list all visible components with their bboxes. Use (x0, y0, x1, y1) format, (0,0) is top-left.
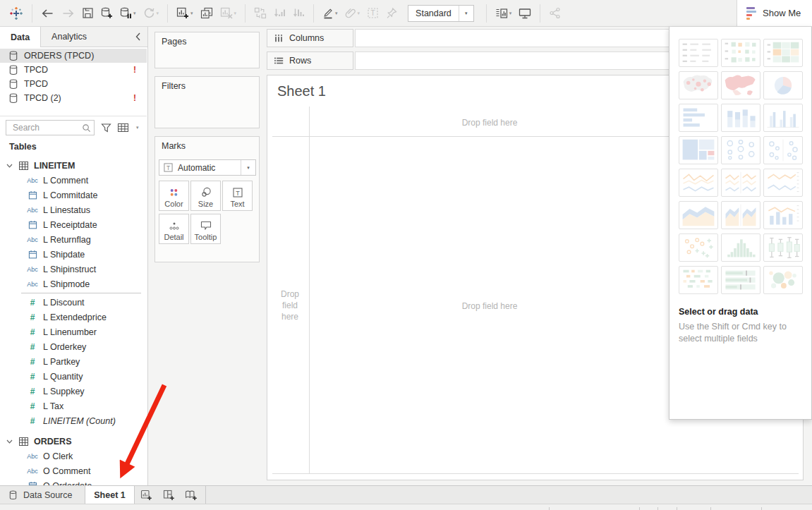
chevron-down-icon[interactable] (0, 164, 18, 168)
dropdown-caret-icon: ▾ (157, 11, 159, 16)
histogram-chart-thumbnail[interactable] (721, 233, 761, 262)
side-by-side-circles-chart-thumbnail[interactable] (763, 136, 803, 164)
drop-zone-top[interactable]: Drop field here (309, 118, 670, 128)
table-header-orders[interactable]: ORDERS (0, 434, 147, 449)
datasource-item[interactable]: TPCD (2)! (0, 91, 147, 105)
filled-map-chart-thumbnail[interactable] (721, 71, 761, 99)
filters-card[interactable]: Filters (154, 76, 260, 128)
discrete-lines-chart-thumbnail[interactable] (721, 169, 761, 197)
field-item[interactable]: #L Partkey (0, 354, 147, 369)
color-mark-button[interactable]: Color (159, 181, 189, 211)
continuous-lines-chart-thumbnail[interactable] (679, 169, 718, 197)
table-header-lineitem[interactable]: LINEITEM (0, 158, 147, 173)
duplicate-sheet-button[interactable] (197, 4, 217, 23)
text-table-chart-thumbnail[interactable] (679, 39, 718, 67)
tab-analytics[interactable]: Analytics (41, 27, 97, 47)
field-item[interactable]: #L Extendedprice (0, 310, 147, 324)
discrete-area-chart-thumbnail[interactable] (721, 201, 761, 229)
tableau-logo-button[interactable] (6, 4, 27, 23)
new-worksheet-button[interactable] (135, 486, 157, 504)
field-item[interactable]: L Receiptdate (0, 217, 147, 232)
rows-icon (274, 56, 284, 65)
show-hide-cards-button[interactable]: ▾ (492, 4, 516, 23)
side-by-side-bars-chart-thumbnail[interactable] (763, 104, 803, 132)
sheet-1-tab[interactable]: Sheet 1 (85, 486, 135, 504)
data-source-tab[interactable]: Data Source (0, 486, 85, 504)
stacked-bars-chart-thumbnail[interactable] (721, 104, 761, 132)
view-size-select[interactable]: Standard▾ (408, 5, 474, 22)
field-item[interactable]: L Commitdate (0, 188, 147, 202)
field-item[interactable]: #L Suppkey (0, 384, 147, 399)
datasource-item[interactable]: TPCD (0, 77, 147, 91)
size-mark-button[interactable]: Size (190, 181, 221, 211)
field-item[interactable]: AbcL Shipmode (0, 277, 147, 291)
field-item[interactable]: L Shipdate (0, 247, 147, 262)
dual-lines-chart-thumbnail[interactable] (763, 169, 803, 197)
datasource-item[interactable]: ORDERS (TPCD) (0, 49, 147, 63)
gantt-chart-thumbnail[interactable] (679, 266, 718, 294)
search-icon (82, 123, 91, 133)
drop-zone-main[interactable]: Drop field here (309, 301, 670, 311)
field-item[interactable]: #L Tax (0, 399, 147, 413)
scatter-plot-chart-thumbnail[interactable] (679, 233, 718, 262)
horizontal-bars-chart-thumbnail[interactable] (679, 104, 718, 132)
field-item[interactable]: AbcL Comment (0, 173, 147, 188)
continuous-area-chart-thumbnail[interactable] (679, 201, 718, 229)
circle-views-chart-thumbnail[interactable] (721, 136, 761, 164)
datasource-item[interactable]: TPCD! (0, 63, 147, 77)
field-item[interactable]: O Orderdate (0, 478, 147, 485)
save-button[interactable] (78, 4, 97, 23)
new-data-source-button[interactable] (97, 4, 116, 23)
text-mark-button[interactable]: TText (222, 181, 253, 211)
symbol-map-chart-thumbnail[interactable] (679, 71, 718, 99)
num-field-icon: # (24, 401, 41, 411)
heat-map-chart-thumbnail[interactable] (721, 39, 761, 67)
box-and-whisker-chart-thumbnail[interactable] (763, 233, 803, 262)
view-options-caret-icon[interactable]: ▾ (136, 125, 139, 130)
new-dashboard-button[interactable] (157, 486, 180, 504)
pages-card[interactable]: Pages (154, 32, 260, 68)
search-input[interactable] (11, 122, 82, 133)
field-label: O Clerk (43, 451, 73, 461)
presentation-mode-button[interactable] (515, 4, 535, 23)
pause-auto-updates-button[interactable]: ▾ (116, 4, 140, 23)
undo-back-arrow-button[interactable] (37, 4, 58, 23)
new-worksheet-button[interactable]: ▾ (173, 4, 197, 23)
pie-chart-chart-thumbnail[interactable] (763, 71, 803, 99)
detail-mark-button[interactable]: Detail (159, 214, 189, 244)
toolbar-separator (245, 4, 246, 23)
tooltip-mark-button[interactable]: Tooltip (190, 214, 221, 244)
dropdown-caret-icon: ▾ (190, 11, 193, 16)
collapse-pane-icon[interactable] (129, 27, 147, 47)
field-item[interactable]: #L Orderkey (0, 339, 147, 354)
field-item[interactable]: #L Discount (0, 295, 147, 310)
field-item[interactable]: AbcL Shipinstruct (0, 262, 147, 277)
undo-back-arrow-icon (41, 8, 54, 19)
filter-fields-icon[interactable] (101, 123, 111, 133)
highlight-table-chart-thumbnail[interactable] (763, 39, 803, 67)
warning-icon: ! (133, 65, 136, 75)
view-options-icon[interactable] (118, 123, 130, 132)
mark-type-caret-icon[interactable]: ▾ (241, 160, 255, 175)
field-item[interactable]: AbcO Clerk (0, 449, 147, 463)
new-story-button[interactable] (180, 486, 202, 504)
field-item[interactable]: AbcL Returnflag (0, 232, 147, 247)
field-item[interactable]: AbcO Comment (0, 463, 147, 478)
treemap-chart-thumbnail[interactable] (679, 136, 718, 164)
packed-bubbles-chart-thumbnail[interactable] (763, 266, 803, 294)
show-me-button[interactable]: Show Me (737, 0, 812, 26)
drop-zone-left[interactable]: Drop field here (274, 289, 305, 322)
dual-combination-chart-thumbnail[interactable] (763, 201, 803, 229)
chevron-down-icon[interactable] (0, 439, 18, 444)
highlight-button[interactable]: ▾ (319, 4, 341, 23)
new-worksheet-icon (176, 7, 189, 19)
field-item[interactable]: #L Quantity (0, 369, 147, 384)
field-item[interactable]: #LINEITEM (Count) (0, 413, 147, 428)
field-item[interactable]: #L Linenumber (0, 324, 147, 339)
tab-data[interactable]: Data (0, 27, 41, 47)
field-item[interactable]: AbcL Linestatus (0, 202, 147, 217)
mark-type-dropdown[interactable]: T Automatic ▾ (159, 159, 256, 176)
bullet-graph-chart-thumbnail[interactable] (721, 266, 761, 294)
date-field-icon (24, 250, 41, 259)
run-update-refresh-button: ▾ (140, 4, 163, 23)
